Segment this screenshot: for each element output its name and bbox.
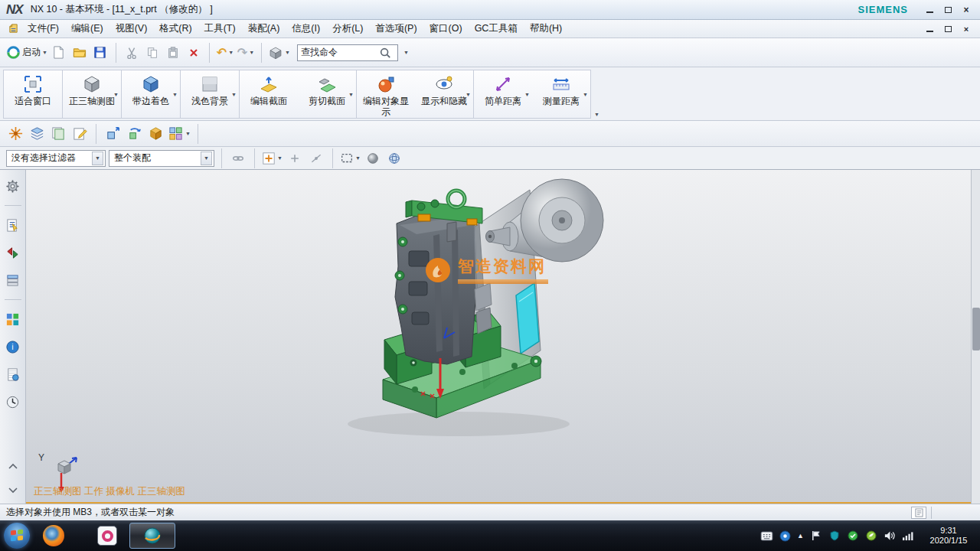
isometric-view-button[interactable]: 正三轴测图 ▼ bbox=[63, 70, 121, 118]
menu-tools[interactable]: 工具(T) bbox=[198, 20, 242, 37]
volume-button[interactable] bbox=[883, 530, 896, 543]
action-center-button[interactable] bbox=[809, 530, 822, 543]
dropdown-arrow-icon[interactable]: ▼ bbox=[403, 50, 409, 55]
move-component-button[interactable] bbox=[103, 124, 122, 144]
child-restore-button[interactable] bbox=[940, 24, 956, 34]
light-background-button[interactable]: 浅色背景 ▼ bbox=[181, 70, 239, 118]
save-button[interactable] bbox=[91, 43, 109, 63]
show-hide-button[interactable]: 显示和隐藏 ▼ bbox=[415, 70, 473, 118]
network-button[interactable] bbox=[901, 530, 914, 543]
toolbar-overflow-icon[interactable]: ▼ bbox=[594, 112, 599, 117]
firefox-icon bbox=[43, 525, 64, 546]
more-assembly-tools-button[interactable]: ▼ bbox=[168, 124, 191, 144]
scrollbar-thumb[interactable] bbox=[972, 308, 980, 350]
undo-button[interactable]: ↶ ▼ bbox=[216, 43, 234, 63]
redo-button[interactable]: ↷ ▼ bbox=[237, 43, 255, 63]
security-tray-button[interactable] bbox=[846, 530, 859, 543]
sidebar-scroll-up-button[interactable] bbox=[5, 458, 21, 474]
dropdown-arrow-icon[interactable]: ▼ bbox=[466, 92, 471, 97]
rotate-component-button[interactable] bbox=[125, 124, 143, 144]
dropdown-arrow-icon[interactable]: ▼ bbox=[348, 92, 354, 97]
selection-filter-combo[interactable]: 没有选择过滤器 ▼ bbox=[6, 150, 106, 167]
3d-model[interactable] bbox=[332, 174, 639, 465]
vertical-scrollbar[interactable] bbox=[971, 170, 980, 504]
part-navigator-button[interactable] bbox=[5, 272, 21, 289]
show-hidden-icons-button[interactable]: ▲ bbox=[797, 532, 804, 540]
input-method-indicator[interactable] bbox=[760, 530, 773, 543]
clip-section-button[interactable]: 剪切截面 ▼ bbox=[298, 70, 356, 118]
sidebar-scroll-down-button[interactable] bbox=[5, 482, 21, 499]
menu-help[interactable]: 帮助(H) bbox=[524, 20, 568, 37]
child-minimize-button[interactable] bbox=[922, 24, 937, 34]
web-browser-button[interactable]: i bbox=[5, 338, 21, 355]
history-button[interactable] bbox=[5, 393, 21, 410]
taskbar-clock[interactable]: 9:31 2020/1/15 bbox=[920, 526, 977, 546]
help-tray-button[interactable] bbox=[779, 530, 792, 543]
new-button[interactable] bbox=[50, 43, 68, 63]
assembly-layers-button[interactable] bbox=[28, 124, 46, 144]
close-button[interactable]: × bbox=[959, 4, 974, 16]
menu-format[interactable]: 格式(R) bbox=[153, 20, 198, 37]
simple-distance-button[interactable]: 简单距离 ▼ bbox=[474, 70, 532, 118]
chain-select-button[interactable] bbox=[229, 148, 247, 168]
fit-window-button[interactable]: 适合窗口 bbox=[4, 70, 62, 118]
start-button[interactable] bbox=[4, 523, 30, 549]
snap-point-button[interactable]: ▼ bbox=[262, 148, 283, 168]
command-search-input[interactable] bbox=[301, 47, 379, 58]
cut-button[interactable] bbox=[122, 43, 141, 63]
roles-button[interactable] bbox=[5, 178, 21, 194]
copy-button[interactable] bbox=[143, 43, 162, 63]
graphics-window[interactable]: 智造资料网 Y 正三轴测图 工作 摄像机 正三轴测图 bbox=[26, 170, 971, 504]
paste-button[interactable] bbox=[164, 43, 182, 63]
maximize-button[interactable] bbox=[940, 4, 956, 16]
dropdown-arrow-icon[interactable]: ▼ bbox=[231, 92, 237, 97]
open-button[interactable] bbox=[70, 43, 89, 63]
point-button[interactable] bbox=[286, 148, 304, 168]
info-icon: i bbox=[5, 340, 20, 354]
menu-file[interactable]: 文件(F) bbox=[21, 20, 65, 37]
wireframe-sphere-button[interactable] bbox=[385, 148, 403, 168]
menu-information[interactable]: 信息(I) bbox=[286, 20, 326, 37]
view-style-button[interactable]: ▼ bbox=[268, 43, 290, 63]
start-menu-button[interactable]: 启动 ▼ bbox=[6, 43, 47, 63]
child-close-button[interactable]: × bbox=[959, 24, 974, 34]
annotation-button[interactable] bbox=[70, 124, 89, 144]
minimize-button[interactable] bbox=[922, 4, 937, 16]
menu-preferences[interactable]: 首选项(P) bbox=[369, 20, 423, 37]
menu-edit[interactable]: 编辑(E) bbox=[65, 20, 109, 37]
rectangle-select-button[interactable]: ▼ bbox=[340, 148, 361, 168]
notebook-button[interactable] bbox=[5, 366, 21, 383]
midpoint-snap-button[interactable] bbox=[307, 148, 325, 168]
menu-assemblies[interactable]: 装配(A) bbox=[242, 20, 286, 37]
menu-view[interactable]: 视图(V) bbox=[109, 20, 154, 37]
edit-object-display-button[interactable]: 编辑对象显示 bbox=[357, 70, 415, 118]
dropdown-arrow-icon[interactable]: ▼ bbox=[172, 92, 178, 97]
measure-distance-button[interactable]: 测量距离 ▼ bbox=[532, 70, 590, 118]
menu-gc-toolbox[interactable]: GC工具箱 bbox=[469, 20, 524, 37]
command-finder[interactable] bbox=[297, 44, 398, 61]
dropdown-arrow-icon[interactable]: ▼ bbox=[583, 92, 588, 97]
transform-button[interactable] bbox=[146, 124, 165, 144]
constraint-navigator-button[interactable] bbox=[5, 244, 21, 261]
shaded-with-edges-button[interactable]: 带边着色 ▼ bbox=[122, 70, 180, 118]
app-ring-icon bbox=[97, 526, 117, 546]
degrees-of-freedom-button[interactable] bbox=[6, 124, 24, 144]
menu-window[interactable]: 窗口(O) bbox=[423, 20, 469, 37]
reuse-library-button[interactable] bbox=[5, 311, 21, 328]
app-taskbar-button[interactable] bbox=[96, 524, 119, 547]
menu-analysis[interactable]: 分析(L) bbox=[326, 20, 369, 37]
delete-button[interactable] bbox=[185, 43, 203, 63]
sheet-stack-button[interactable] bbox=[49, 124, 67, 144]
nx-taskbar-button[interactable] bbox=[129, 523, 175, 549]
menu-bar: 文件(F) 编辑(E) 视图(V) 格式(R) 工具(T) 装配(A) 信息(I… bbox=[0, 20, 980, 38]
updater-tray-button[interactable] bbox=[864, 530, 877, 543]
dropdown-arrow-icon[interactable]: ▼ bbox=[113, 92, 119, 97]
status-note-button[interactable] bbox=[911, 507, 926, 519]
selection-scope-combo[interactable]: 整个装配 ▼ bbox=[109, 150, 214, 167]
assembly-navigator-button[interactable] bbox=[5, 217, 21, 233]
antivirus-tray-button[interactable] bbox=[828, 530, 841, 543]
edit-section-button[interactable]: 编辑截面 bbox=[240, 70, 298, 118]
firefox-taskbar-button[interactable] bbox=[42, 524, 65, 547]
shaded-sphere-button[interactable] bbox=[364, 148, 382, 168]
dropdown-arrow-icon[interactable]: ▼ bbox=[524, 92, 530, 97]
